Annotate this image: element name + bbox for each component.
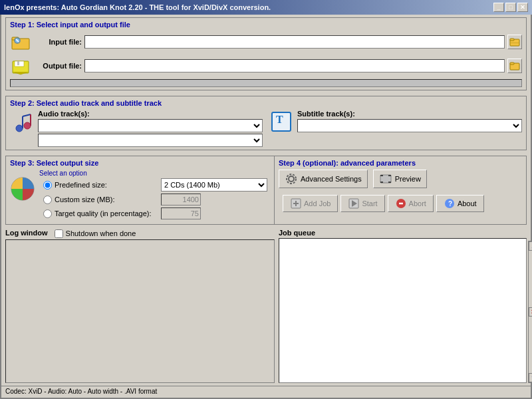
svg-rect-27 [388, 182, 391, 183]
music-note-icon [10, 110, 34, 134]
progress-bar [10, 79, 522, 87]
select-option-label: Select an option [39, 170, 270, 177]
custom-label: Custom size (MB): [55, 196, 161, 203]
film-icon [379, 172, 392, 186]
svg-rect-7 [511, 43, 519, 43]
target-value-input[interactable] [161, 207, 201, 219]
svg-rect-12 [510, 63, 514, 65]
output-label: Output file: [35, 62, 82, 70]
predefined-radio[interactable] [43, 181, 52, 190]
step4-title: Step 4 (optional): advanced parameters [279, 159, 522, 167]
add-job-button[interactable]: Add Job [283, 195, 338, 212]
abort-button[interactable]: Abort [388, 195, 434, 212]
output-file-row: Output file: [10, 55, 522, 76]
scroll-delete-arrow[interactable]: ✕ [529, 307, 532, 317]
status-bar: Codec: XviD - Audio: Auto - Auto width -… [1, 386, 531, 398]
window-title: lenOx presents: Auto Gordian Knot 2.20 -… [4, 3, 271, 11]
preview-label: Preview [395, 175, 421, 183]
abort-label: Abort [409, 200, 426, 207]
output-browse-button[interactable] [507, 59, 522, 73]
scroll-up-arrow[interactable]: ▲ [529, 241, 532, 251]
audio-track-combo1[interactable] [38, 119, 263, 132]
audio-track-controls: Audio track(s): [38, 110, 263, 147]
audio-track-combo2[interactable] [38, 134, 263, 147]
predefined-row: Predefined size: 2 CDs (1400 Mb) [43, 178, 270, 192]
start-button[interactable]: Start [340, 195, 384, 212]
step2-section: Step 2: Select audio track and subtitle … [5, 96, 527, 150]
save-icon [11, 56, 31, 76]
custom-value-input[interactable] [161, 194, 201, 205]
pie-svg [10, 176, 35, 201]
step3-section: Step 3: Select output size Select an opt… [5, 156, 275, 225]
subtitle-text-icon: T [269, 110, 293, 134]
input-file-row: Input file: [10, 31, 522, 53]
close-button[interactable]: ✕ [517, 3, 528, 12]
svg-point-14 [24, 122, 31, 129]
about-label: About [458, 200, 477, 207]
maximize-button[interactable]: □ [505, 3, 516, 12]
svg-text:T: T [276, 114, 283, 125]
svg-rect-10 [17, 61, 19, 65]
queue-area [279, 238, 527, 383]
subtitle-track-controls: Subtitle track(s): [297, 110, 522, 132]
step1-title: Step 1: Select input and output file [10, 21, 522, 29]
step1-section: Step 1: Select input and output file Inp… [5, 17, 527, 90]
about-button[interactable]: ? About [436, 195, 484, 212]
gear-icon [285, 172, 298, 186]
audio-track-section: Audio track(s): [10, 110, 263, 147]
start-icon [348, 198, 360, 209]
queue-section: Job queue ▲ ✕ ▼ [279, 229, 527, 383]
minimize-button[interactable]: _ [493, 3, 504, 12]
custom-radio[interactable] [43, 196, 52, 204]
log-section: Log window Shutdown when done [5, 229, 275, 383]
shutdown-label: Shutdown when done [66, 229, 136, 237]
target-row: Target quality (in percentage): [43, 207, 270, 219]
audio-track-label: Audio track(s): [38, 110, 263, 118]
output-browse-folder-icon [509, 61, 520, 71]
queue-label: Job queue [279, 229, 527, 237]
bottom-row: Log window Shutdown when done Job queue … [5, 229, 527, 383]
subtitle-track-combo[interactable] [297, 119, 522, 132]
svg-point-13 [16, 125, 23, 132]
pie-chart-icon [10, 176, 35, 203]
main-window: Step 1: Select input and output file Inp… [0, 15, 532, 399]
output-file-field[interactable] [84, 59, 505, 72]
start-label: Start [362, 200, 377, 207]
title-bar-buttons: _ □ ✕ [493, 3, 528, 12]
action-row: Add Job Start Abort [279, 192, 522, 215]
add-job-icon [290, 198, 302, 209]
input-file-icon [10, 31, 31, 53]
shutdown-checkbox[interactable] [55, 229, 63, 238]
svg-line-16 [23, 114, 31, 116]
size-combo[interactable]: 2 CDs (1400 Mb) [161, 178, 267, 192]
target-label: Target quality (in percentage): [55, 209, 161, 217]
predefined-label: Predefined size: [55, 181, 161, 189]
subtitle-icon: T [269, 110, 293, 134]
step2-title: Step 2: Select audio track and subtitle … [10, 99, 522, 107]
browse-folder-icon [509, 37, 520, 47]
step2-content: Audio track(s): T Subtitle track(s): [10, 110, 522, 147]
advanced-row: Advanced Settings Preview [279, 170, 522, 188]
step3-title: Step 3: Select output size [10, 159, 270, 167]
abort-icon [395, 198, 407, 209]
title-bar: lenOx presents: Auto Gordian Knot 2.20 -… [0, 0, 532, 15]
log-area [5, 239, 275, 383]
step4-section: Step 4 (optional): advanced parameters A… [275, 156, 527, 225]
status-text: Codec: XviD - Audio: Auto - Auto width -… [5, 388, 157, 395]
about-icon: ? [444, 198, 456, 209]
advanced-settings-button[interactable]: Advanced Settings [279, 170, 368, 188]
advanced-settings-label: Advanced Settings [301, 175, 362, 183]
queue-scrollbar: ▲ ✕ ▼ [528, 241, 532, 383]
log-label: Log window [5, 229, 48, 237]
input-file-field[interactable] [84, 35, 505, 49]
shutdown-row: Shutdown when done [55, 229, 136, 238]
preview-button[interactable]: Preview [373, 170, 427, 188]
input-browse-button[interactable] [507, 35, 522, 49]
add-job-label: Add Job [304, 200, 331, 207]
subtitle-track-label: Subtitle track(s): [297, 110, 522, 118]
custom-row: Custom size (MB): [43, 194, 270, 205]
output-file-icon [10, 55, 31, 76]
scroll-down-arrow[interactable]: ▼ [529, 373, 532, 382]
svg-rect-24 [380, 175, 383, 176]
target-radio[interactable] [43, 209, 52, 218]
